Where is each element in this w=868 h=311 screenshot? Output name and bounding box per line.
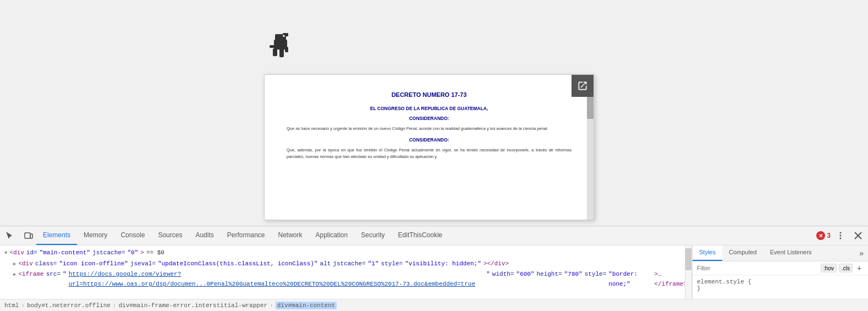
- document-preview: DECRETO NUMERO 17-73 EL CONGRESO DE LA R…: [264, 74, 594, 220]
- devtools-toolbar-left: [2, 228, 36, 243]
- svg-rect-10: [30, 234, 32, 238]
- tab-elements[interactable]: Elements: [36, 226, 77, 245]
- browser-viewport: DECRETO NUMERO 17-73 EL CONGRESO DE LA R…: [0, 0, 868, 226]
- svg-point-12: [840, 235, 842, 237]
- doc-body1: Que se hace necesario y urgente la emisi…: [287, 126, 572, 132]
- expand-arrow-3[interactable]: ▶: [13, 271, 16, 279]
- devtools-breadcrumb: html › body#t.neterror.offline › div#mai…: [0, 299, 868, 311]
- styles-rule-close: }: [697, 285, 864, 292]
- document-content: DECRETO NUMERO 17-73 EL CONGRESO DE LA R…: [265, 75, 594, 220]
- styles-more-tabs-button[interactable]: »: [855, 245, 868, 261]
- tab-performance[interactable]: Performance: [221, 226, 272, 245]
- expand-arrow-1[interactable]: ▼: [4, 249, 7, 257]
- html-content: ▼ <div id="main-content" jstcache="0" > …: [0, 245, 691, 292]
- tab-sources[interactable]: Sources: [151, 226, 189, 245]
- styles-tab-computed[interactable]: Computed: [722, 245, 763, 261]
- iframe-src-link[interactable]: https://docs.google.com/viewer?url=https…: [69, 270, 485, 289]
- expand-arrow-2[interactable]: ▶: [13, 260, 16, 268]
- breadcrumb-div-wrapper[interactable]: div#main-frame-error.interstitial-wrappe…: [118, 302, 267, 309]
- doc-body2: Que, además, por la época en que fue emi…: [287, 147, 572, 160]
- breadcrumb-body[interactable]: body#t.neterror.offline: [27, 302, 111, 309]
- html-line-2: ▶ <div class="icon icon-offline" jseval=…: [4, 259, 687, 270]
- styles-rule-close-brace: }: [697, 285, 701, 292]
- styles-tab-event-listeners[interactable]: Event Listeners: [763, 245, 818, 261]
- doc-subtitle: EL CONGRESO DE LA REPUBLICA DE GUATEMALA…: [287, 106, 572, 111]
- styles-content: element.style { }: [693, 275, 868, 299]
- svg-point-11: [840, 232, 842, 234]
- styles-tabs: Styles Computed Event Listeners »: [693, 245, 868, 261]
- breadcrumb-div-main[interactable]: div#main-content: [276, 302, 337, 309]
- close-devtools-button[interactable]: [850, 228, 866, 243]
- styles-filter-buttons: :hov .cls +: [821, 264, 864, 272]
- html-line-3: ▶ <iframe src="https://docs.google.com/v…: [4, 269, 687, 290]
- svg-rect-8: [270, 45, 275, 48]
- svg-rect-6: [279, 48, 284, 57]
- doc-heading2: CONSIDERANDO:: [287, 137, 572, 143]
- tab-editthiscookie[interactable]: EditThisCookie: [392, 226, 449, 245]
- html-line-1: ▼ <div id="main-content" jstcache="0" > …: [4, 248, 687, 259]
- inspect-element-button[interactable]: [2, 228, 18, 243]
- styles-tab-styles[interactable]: Styles: [693, 245, 722, 261]
- tab-console[interactable]: Console: [114, 226, 151, 245]
- devtools-tabs: Elements Memory Console Sources Audits P…: [36, 226, 816, 245]
- breadcrumb-sep-2: ›: [113, 302, 117, 309]
- html-panel-scrollbar-thumb: [685, 248, 691, 270]
- tab-application[interactable]: Application: [309, 226, 355, 245]
- svg-point-3: [284, 35, 285, 36]
- tab-memory[interactable]: Memory: [77, 226, 114, 245]
- svg-rect-9: [25, 233, 30, 238]
- tab-network[interactable]: Network: [272, 226, 309, 245]
- device-toolbar-button[interactable]: [21, 228, 36, 243]
- doc-title: DECRETO NUMERO 17-73: [287, 91, 572, 98]
- tab-audits[interactable]: Audits: [189, 226, 220, 245]
- error-count: 3: [827, 232, 831, 239]
- tab-security[interactable]: Security: [354, 226, 391, 245]
- devtools-more-button[interactable]: [833, 228, 848, 243]
- svg-rect-7: [285, 47, 288, 52]
- dino-icon: [270, 33, 292, 63]
- doc-heading1: CONSIDERANDO:: [287, 116, 572, 121]
- breadcrumb-sep-1: ›: [21, 302, 25, 309]
- popup-button[interactable]: [572, 75, 594, 97]
- error-badge: ✕ 3: [816, 231, 831, 240]
- styles-rule-selector: element.style {: [697, 279, 751, 285]
- styles-add-rule-button[interactable]: +: [855, 264, 864, 272]
- html-panel: ▼ <div id="main-content" jstcache="0" > …: [0, 245, 692, 299]
- devtools-panel: Elements Memory Console Sources Audits P…: [0, 226, 868, 311]
- error-icon: ✕: [816, 231, 825, 240]
- styles-filter-bar: :hov .cls +: [693, 261, 868, 275]
- html-panel-scrollbar[interactable]: [685, 245, 691, 299]
- styles-hov-button[interactable]: :hov: [821, 264, 837, 272]
- svg-point-13: [840, 238, 842, 239]
- styles-filter-input[interactable]: [697, 265, 817, 271]
- breadcrumb-html[interactable]: html: [4, 302, 19, 309]
- svg-rect-5: [273, 48, 277, 56]
- devtools-toolbar: Elements Memory Console Sources Audits P…: [0, 226, 868, 245]
- devtools-main: ▼ <div id="main-content" jstcache="0" > …: [0, 245, 868, 299]
- styles-cls-button[interactable]: .cls: [839, 264, 853, 272]
- breadcrumb-sep-3: ›: [270, 302, 273, 309]
- devtools-toolbar-right: ✕ 3: [816, 228, 866, 243]
- styles-panel: Styles Computed Event Listeners » :hov .…: [692, 245, 868, 299]
- styles-element-rule: element.style {: [697, 279, 864, 285]
